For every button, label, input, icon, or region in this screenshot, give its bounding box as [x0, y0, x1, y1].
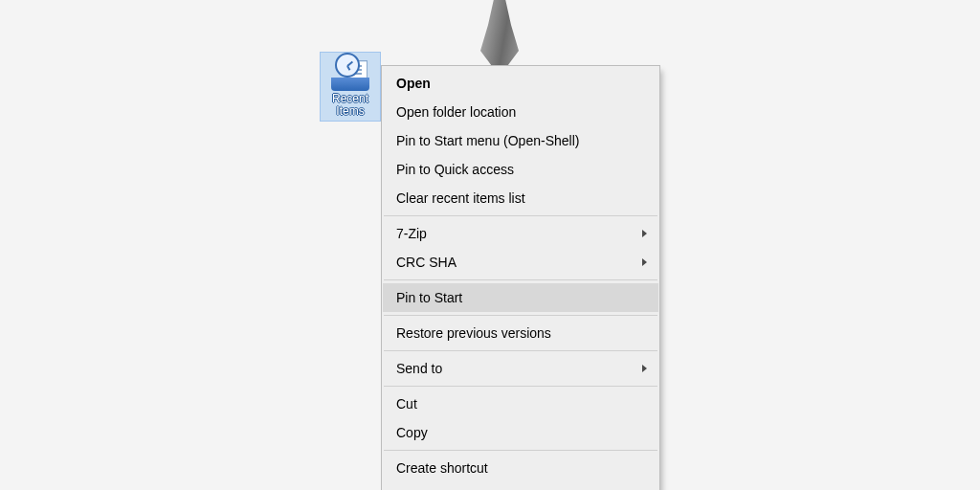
context-menu-item-label: Create shortcut [396, 461, 488, 475]
context-menu-separator [384, 279, 657, 280]
chevron-right-icon [642, 365, 647, 372]
context-menu-item-label: Pin to Start [396, 291, 462, 304]
chevron-right-icon [642, 230, 647, 237]
context-menu-item[interactable]: Create shortcut [383, 454, 658, 482]
context-menu-item-label: Cut [396, 397, 417, 411]
context-menu-item[interactable]: Restore previous versions [383, 319, 658, 347]
context-menu-item[interactable]: Send to [383, 354, 658, 383]
context-menu-separator [384, 350, 657, 351]
context-menu-item-label: Pin to Start menu (Open-Shell) [396, 134, 579, 147]
context-menu-separator [384, 315, 657, 316]
context-menu-item[interactable]: Pin to Start [383, 283, 658, 312]
recent-items-shortcut[interactable]: Recent Items [321, 53, 380, 121]
context-menu: OpenOpen folder locationPin to Start men… [381, 65, 660, 490]
context-menu-item-label: Pin to Quick access [396, 163, 514, 176]
context-menu-item[interactable]: Open [383, 69, 658, 98]
context-menu-item[interactable]: Pin to Start menu (Open-Shell) [383, 126, 658, 155]
context-menu-item[interactable]: Cut [383, 390, 658, 418]
context-menu-item[interactable]: Copy [383, 418, 658, 447]
context-menu-item[interactable]: 7-Zip [383, 219, 658, 248]
context-menu-item[interactable]: Open folder location [383, 98, 658, 126]
context-menu-item-label: Copy [396, 426, 428, 439]
context-menu-item-label: Restore previous versions [396, 326, 551, 340]
chevron-right-icon [642, 258, 647, 266]
context-menu-item-label: Clear recent items list [396, 191, 525, 205]
context-menu-item-label: Send to [396, 362, 442, 375]
context-menu-separator [384, 386, 657, 387]
desktop[interactable]: Recent Items OpenOpen folder locationPin… [0, 0, 980, 490]
context-menu-item-label: Open folder location [396, 105, 516, 119]
icon-label-line2: Items [321, 105, 380, 118]
context-menu-item-label: CRC SHA [396, 256, 457, 269]
context-menu-item[interactable]: CRC SHA [383, 248, 658, 277]
context-menu-separator [384, 215, 657, 216]
recent-items-icon [331, 56, 369, 91]
context-menu-item-label: Open [396, 77, 431, 90]
context-menu-item-label: 7-Zip [396, 227, 427, 240]
context-menu-item[interactable]: Clear recent items list [383, 184, 658, 212]
context-menu-item[interactable]: Delete [383, 482, 658, 490]
context-menu-separator [384, 450, 657, 451]
context-menu-item[interactable]: Pin to Quick access [383, 155, 658, 184]
